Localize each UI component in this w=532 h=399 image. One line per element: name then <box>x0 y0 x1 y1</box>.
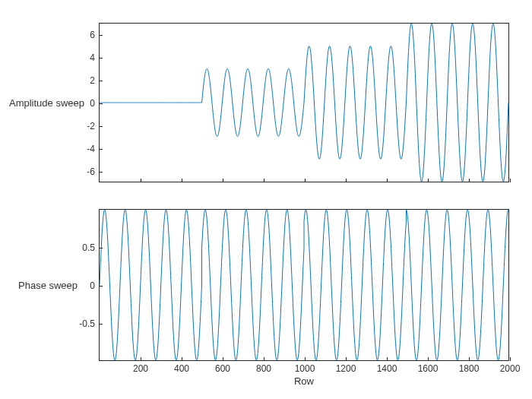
xtick-label: 600 <box>215 360 230 374</box>
ylabel-phase-sweep: Phase sweep <box>18 280 78 291</box>
plot-area-2: -0.500.5 2004006008001000120014001600180… <box>99 209 509 361</box>
xtick-label: 800 <box>256 360 271 374</box>
ytick-label: -6 <box>87 166 100 177</box>
xtick-label: 1800 <box>459 360 480 374</box>
xlabel-row: Row <box>99 375 509 387</box>
xtick-label: 1400 <box>377 360 397 374</box>
plot-area-1: -6-4-20246 <box>99 23 509 182</box>
figure: -6-4-20246 Amplitude sweep -0.500.5 2004… <box>0 0 532 399</box>
xtick-label: 2000 <box>500 360 521 374</box>
xtick-label: 400 <box>174 360 189 374</box>
ytick-label: 0.5 <box>82 242 100 253</box>
xtick-label: 1600 <box>418 360 439 374</box>
xtick-label: 1000 <box>295 360 315 374</box>
xtick-label: 200 <box>133 360 148 374</box>
ytick-label: -0.5 <box>79 318 100 329</box>
axes-phase-sweep: -0.500.5 2004006008001000120014001600180… <box>99 209 509 361</box>
axes-amplitude-sweep: -6-4-20246 <box>99 23 509 182</box>
ylabel-amplitude-sweep: Amplitude sweep <box>9 97 84 109</box>
line-series-phase <box>100 210 508 360</box>
ytick-label: -4 <box>87 144 100 154</box>
line-series-amplitude <box>100 24 508 182</box>
xtick-label: 1200 <box>336 360 356 374</box>
ytick-label: -2 <box>87 121 100 131</box>
